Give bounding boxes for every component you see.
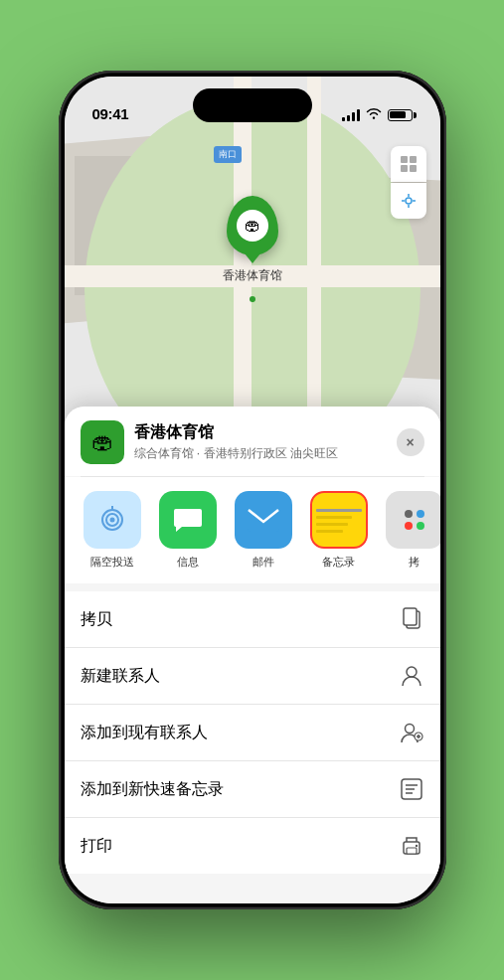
share-item-more[interactable]: 拷 <box>383 491 440 570</box>
svg-rect-2 <box>401 165 408 172</box>
action-new-contact[interactable]: 新建联系人 <box>65 648 440 705</box>
wifi-icon <box>366 107 382 122</box>
svg-point-16 <box>407 667 417 677</box>
messages-icon <box>159 491 217 549</box>
place-icon: 🏟 <box>81 420 124 464</box>
action-copy-label: 拷贝 <box>81 609 112 630</box>
phone-screen: 09:41 <box>65 77 440 903</box>
share-row: 隔空投送 信息 <box>65 477 440 583</box>
bottom-sheet: 🏟 香港体育馆 综合体育馆 · 香港特别行政区 油尖旺区 × <box>65 407 440 903</box>
mail-label: 邮件 <box>252 555 274 570</box>
svg-rect-26 <box>407 848 417 854</box>
place-sub: 综合体育馆 · 香港特别行政区 油尖旺区 <box>134 445 397 462</box>
action-list: 拷贝 新建联系人 <box>65 591 440 874</box>
map-controls <box>391 146 426 219</box>
map-type-button[interactable] <box>391 146 426 182</box>
svg-point-17 <box>405 725 414 734</box>
action-add-existing[interactable]: 添加到现有联系人 <box>65 705 440 761</box>
share-item-messages[interactable]: 信息 <box>156 491 220 570</box>
more-icon <box>386 491 440 549</box>
location-button[interactable] <box>391 183 426 219</box>
notes-label: 备忘录 <box>322 555 355 570</box>
svg-point-4 <box>406 198 412 204</box>
svg-point-27 <box>415 845 417 847</box>
action-add-existing-label: 添加到现有联系人 <box>81 723 208 743</box>
place-info: 香港体育馆 综合体育馆 · 香港特别行政区 油尖旺区 <box>134 422 397 462</box>
status-icons <box>342 107 413 122</box>
notes-icon <box>310 491 368 549</box>
close-button[interactable]: × <box>397 428 424 456</box>
copy-icon <box>399 606 424 632</box>
battery-icon <box>388 109 413 121</box>
svg-rect-3 <box>410 165 417 172</box>
action-print-label: 打印 <box>81 836 112 857</box>
place-header: 🏟 香港体育馆 综合体育馆 · 香港特别行政区 油尖旺区 × <box>65 407 440 476</box>
phone-frame: 09:41 <box>59 71 446 909</box>
quick-note-icon <box>399 776 424 802</box>
map-pin: 🏟 香港体育馆 <box>223 196 282 284</box>
print-icon <box>399 833 424 859</box>
place-name: 香港体育馆 <box>134 422 397 443</box>
map-pin-inner-icon: 🏟 <box>237 210 268 242</box>
signal-icon <box>342 109 360 121</box>
messages-label: 信息 <box>177 555 199 570</box>
share-item-airdrop[interactable]: 隔空投送 <box>81 491 144 570</box>
share-item-notes[interactable]: 备忘录 <box>307 491 371 570</box>
svg-point-11 <box>109 518 114 523</box>
more-label: 拷 <box>409 555 420 570</box>
svg-rect-0 <box>401 156 408 163</box>
action-quick-note[interactable]: 添加到新快速备忘录 <box>65 761 440 818</box>
dynamic-island <box>193 88 312 122</box>
add-contact-icon <box>399 720 424 745</box>
status-time: 09:41 <box>92 105 129 122</box>
airdrop-label: 隔空投送 <box>90 555 134 570</box>
share-item-mail[interactable]: 邮件 <box>232 491 295 570</box>
action-new-contact-label: 新建联系人 <box>81 666 160 687</box>
svg-rect-15 <box>404 608 417 625</box>
map-label: 南口 <box>214 146 242 163</box>
action-copy[interactable]: 拷贝 <box>65 591 440 648</box>
new-contact-icon <box>399 663 424 689</box>
airdrop-icon <box>84 491 141 549</box>
svg-rect-1 <box>410 156 417 163</box>
mail-icon <box>235 491 292 549</box>
map-pin-label: 香港体育馆 <box>223 267 282 284</box>
action-quick-note-label: 添加到新快速备忘录 <box>81 779 224 800</box>
action-print[interactable]: 打印 <box>65 818 440 874</box>
